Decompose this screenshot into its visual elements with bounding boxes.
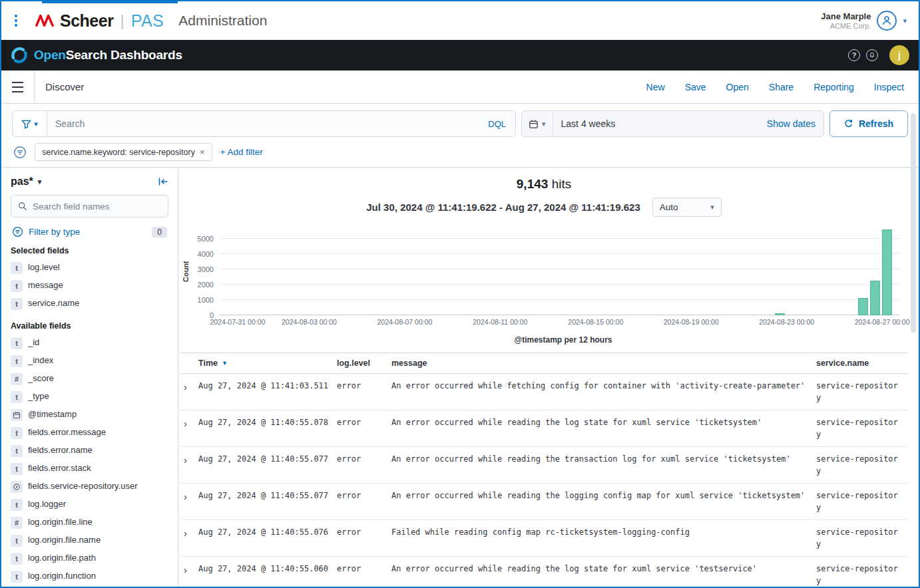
expand-row-button[interactable]: › bbox=[180, 520, 198, 556]
field-item-fields.error.stack[interactable]: tfields.error.stack bbox=[11, 460, 168, 478]
field-name: fields.error.name bbox=[28, 444, 93, 457]
content-area: pas* ▾ Filter by type 0 Selected fields … bbox=[1, 168, 919, 587]
histogram-bar[interactable] bbox=[775, 313, 785, 315]
y-axis-title: Count bbox=[180, 227, 192, 315]
search-input-wrapper: DQL bbox=[47, 110, 516, 137]
saved-query-menu-button[interactable]: ▾ bbox=[12, 110, 47, 137]
opensearch-logo-icon bbox=[11, 47, 28, 64]
field-item-log.logger[interactable]: tlog.logger bbox=[11, 496, 168, 514]
field-item-fields.error.message[interactable]: tfields.error.message bbox=[11, 424, 168, 442]
field-search-input[interactable] bbox=[33, 202, 161, 212]
field-item-fields.service-repository.user[interactable]: fields.service-repository.user bbox=[11, 478, 168, 496]
nav-action-reporting[interactable]: Reporting bbox=[813, 82, 854, 92]
cell-service-name: service-repository bbox=[816, 520, 908, 556]
field-type-string-icon: t bbox=[11, 355, 23, 367]
x-axis-tick-label: 2024-08-19 00:00 bbox=[664, 318, 719, 326]
field-item-_index[interactable]: t_index bbox=[11, 352, 168, 370]
field-item-_type[interactable]: t_type bbox=[11, 388, 168, 406]
cell-log-level: error bbox=[337, 410, 391, 446]
calendar-menu-button[interactable]: ▾ bbox=[522, 111, 553, 136]
field-name: log.origin.function bbox=[28, 570, 96, 583]
search-input[interactable] bbox=[55, 118, 481, 129]
histogram-bar[interactable] bbox=[870, 281, 880, 315]
user-menu[interactable]: Jane Marple ACME Corp. ▾ bbox=[821, 11, 907, 31]
filter-pill[interactable]: service.name.keyword: service-repository… bbox=[35, 143, 212, 161]
expand-row-button[interactable]: › bbox=[180, 557, 198, 587]
date-picker[interactable]: ▾ Last 4 weeks Show dates bbox=[521, 110, 824, 137]
index-pattern-switcher[interactable]: pas* ▾ bbox=[11, 176, 41, 188]
nav-action-open[interactable]: Open bbox=[726, 82, 749, 92]
y-axis-tick-label: 1000 bbox=[198, 296, 214, 304]
app-menu-icon[interactable] bbox=[15, 15, 17, 27]
nav-action-share[interactable]: Share bbox=[769, 82, 794, 92]
interval-select[interactable]: Auto ▾ bbox=[652, 198, 722, 217]
available-fields-heading: Available fields bbox=[11, 321, 168, 331]
x-axis-tick-label: 2024-08-23 00:00 bbox=[759, 318, 814, 326]
osd-title: OpenSearch Dashboards bbox=[34, 48, 182, 63]
refresh-label: Refresh bbox=[859, 118, 893, 129]
results-table: Time▼ log.level message service.name ›Au… bbox=[180, 353, 908, 587]
column-header-message[interactable]: message bbox=[391, 353, 816, 373]
histogram-bar[interactable] bbox=[858, 298, 868, 315]
column-header-service-name[interactable]: service.name bbox=[816, 353, 908, 373]
column-header-time[interactable]: Time▼ bbox=[198, 353, 337, 373]
results-table-body: ›Aug 27, 2024 @ 11:41:03.511errorAn erro… bbox=[180, 374, 908, 587]
field-item-log.level[interactable]: tlog.level bbox=[11, 259, 168, 277]
table-row: ›Aug 27, 2024 @ 11:41:03.511errorAn erro… bbox=[180, 374, 908, 410]
cell-log-level: error bbox=[337, 484, 391, 519]
notifications-icon[interactable] bbox=[866, 49, 878, 61]
y-axis-tick-label: 3000 bbox=[198, 265, 214, 273]
field-item-@timestamp[interactable]: @timestamp bbox=[11, 406, 168, 424]
field-item-fields.error.name[interactable]: tfields.error.name bbox=[11, 442, 168, 460]
field-item-service.name[interactable]: tservice.name bbox=[11, 295, 168, 313]
nav-action-inspect[interactable]: Inspect bbox=[874, 82, 904, 92]
show-dates-button[interactable]: Show dates bbox=[767, 118, 815, 129]
field-item-_id[interactable]: t_id bbox=[11, 334, 168, 352]
x-axis-tick-label: 2024-08-03 00:00 bbox=[282, 318, 337, 326]
field-name: log.level bbox=[28, 261, 60, 274]
query-section: ▾ DQL ▾ Last 4 weeks Show dates Refresh bbox=[1, 104, 919, 168]
field-item-_score[interactable]: #_score bbox=[11, 370, 168, 388]
query-language-button[interactable]: DQL bbox=[488, 119, 506, 129]
chevron-down-icon[interactable]: ▾ bbox=[903, 17, 907, 25]
pas-admin-header: Scheer | PAS Administration Jane Marple … bbox=[1, 1, 919, 40]
osd-user-avatar[interactable]: j bbox=[889, 45, 909, 65]
field-name: _id bbox=[28, 337, 39, 349]
expand-row-button[interactable]: › bbox=[180, 410, 198, 446]
field-item-log.origin.function[interactable]: tlog.origin.function bbox=[11, 567, 168, 585]
expand-row-button[interactable]: › bbox=[180, 374, 198, 410]
histogram-bar[interactable] bbox=[882, 229, 892, 315]
field-type-string-icon: t bbox=[11, 391, 23, 403]
cell-log-level: error bbox=[337, 557, 391, 587]
brand-scheer: Scheer bbox=[60, 11, 113, 31]
field-type-string-icon: t bbox=[11, 571, 23, 583]
page-scrollbar[interactable] bbox=[911, 113, 916, 333]
chart-gridline bbox=[220, 269, 900, 269]
add-filter-button[interactable]: + Add filter bbox=[220, 147, 263, 157]
expand-row-button[interactable]: › bbox=[180, 447, 198, 483]
collapse-sidebar-icon[interactable] bbox=[158, 176, 168, 187]
hamburger-menu-icon[interactable] bbox=[1, 71, 35, 103]
field-item-log.origin.file.line[interactable]: #log.origin.file.line bbox=[11, 514, 168, 531]
calendar-icon bbox=[529, 119, 539, 129]
expand-row-button[interactable]: › bbox=[180, 484, 198, 519]
field-item-log.origin.file.name[interactable]: tlog.origin.file.name bbox=[11, 531, 168, 549]
x-axis: 2024-07-31 00:002024-08-03 00:002024-08-… bbox=[220, 318, 900, 330]
user-org: ACME Corp. bbox=[821, 22, 871, 30]
user-meta: Jane Marple ACME Corp. bbox=[821, 11, 871, 30]
field-type-number-icon: # bbox=[11, 517, 23, 529]
selected-fields-list: tlog.leveltmessagetservice.name bbox=[11, 259, 168, 313]
chart-time-range: Jul 30, 2024 @ 11:41:19.622 - Aug 27, 20… bbox=[366, 202, 640, 213]
help-icon[interactable]: ? bbox=[848, 49, 860, 61]
refresh-button[interactable]: Refresh bbox=[829, 110, 908, 137]
field-item-log.origin.file.path[interactable]: tlog.origin.file.path bbox=[11, 549, 168, 567]
remove-filter-icon[interactable]: × bbox=[200, 147, 205, 157]
table-row: ›Aug 27, 2024 @ 11:40:55.060errorAn erro… bbox=[180, 557, 908, 587]
field-item-message[interactable]: tmessage bbox=[11, 277, 168, 295]
nav-action-save[interactable]: Save bbox=[685, 82, 706, 92]
column-header-log-level[interactable]: log.level bbox=[337, 353, 391, 373]
time-range-value[interactable]: Last 4 weeks bbox=[561, 118, 616, 129]
user-avatar-icon[interactable] bbox=[877, 11, 897, 31]
filter-by-type-button[interactable]: Filter by type 0 bbox=[12, 226, 167, 237]
nav-action-new[interactable]: New bbox=[646, 82, 665, 92]
